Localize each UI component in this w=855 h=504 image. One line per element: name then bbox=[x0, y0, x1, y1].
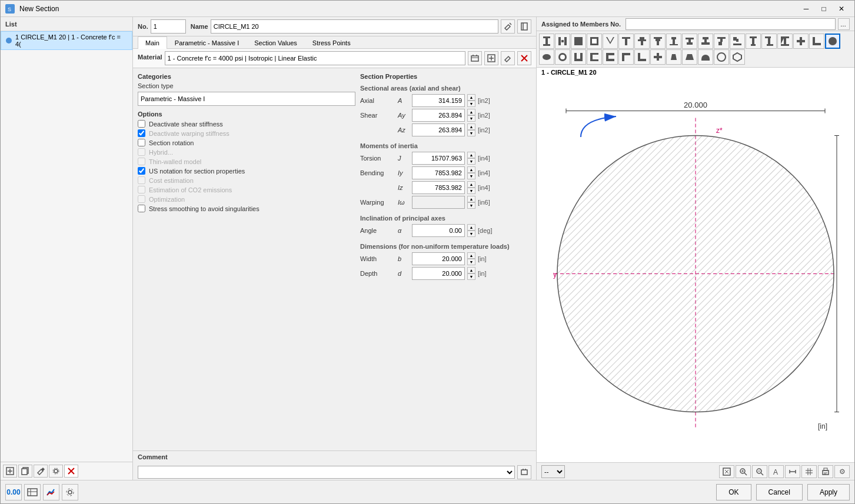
settings-button[interactable] bbox=[49, 465, 63, 478]
shape-l-btn[interactable] bbox=[809, 34, 824, 49]
optimization-checkbox[interactable] bbox=[138, 195, 145, 203]
shape-t6-btn[interactable] bbox=[698, 34, 713, 49]
shape-z-btn[interactable] bbox=[777, 34, 793, 49]
angle-down[interactable]: ▼ bbox=[467, 231, 475, 237]
text-button[interactable]: A bbox=[768, 465, 784, 478]
shape-ellipse-btn[interactable] bbox=[539, 49, 554, 65]
depth-input[interactable] bbox=[412, 267, 465, 280]
cost-estimation-checkbox[interactable] bbox=[138, 176, 145, 184]
zoom-out-button[interactable] bbox=[752, 465, 767, 478]
name-book-button[interactable] bbox=[517, 19, 531, 34]
settings-tool-button[interactable] bbox=[62, 484, 78, 500]
dimension-button[interactable] bbox=[785, 465, 800, 478]
shape-c-btn[interactable] bbox=[587, 49, 602, 65]
tab-main[interactable]: Main bbox=[138, 36, 167, 49]
angle-up[interactable]: ▲ bbox=[467, 224, 475, 231]
shape-t2-btn[interactable] bbox=[634, 34, 650, 49]
close-button[interactable]: ✕ bbox=[833, 3, 850, 15]
material-edit-button[interactable] bbox=[501, 51, 515, 65]
us-notation-checkbox[interactable] bbox=[138, 167, 145, 175]
axial-up[interactable]: ▲ bbox=[467, 94, 475, 101]
shape-rect-btn[interactable] bbox=[571, 34, 586, 49]
section-rotation-checkbox[interactable] bbox=[138, 139, 145, 146]
shape-cross-btn[interactable] bbox=[793, 34, 809, 49]
shape-custom-btn[interactable] bbox=[730, 49, 745, 65]
tab-stress-points[interactable]: Stress Points bbox=[305, 36, 358, 49]
shape-t1-btn[interactable] bbox=[618, 34, 634, 49]
shape-hollow-circle-btn[interactable] bbox=[555, 49, 570, 65]
shape-i-btn[interactable] bbox=[539, 34, 554, 49]
warping-down[interactable]: ▼ bbox=[467, 202, 475, 209]
info-button[interactable]: 0.00 bbox=[5, 484, 22, 500]
shape-circle-btn[interactable] bbox=[825, 34, 840, 49]
shape-t5-btn[interactable] bbox=[682, 34, 697, 49]
shear-az-up[interactable]: ▲ bbox=[467, 124, 475, 130]
bending-iz-input[interactable] bbox=[412, 181, 465, 194]
torsion-up[interactable]: ▲ bbox=[467, 152, 475, 158]
assigned-browse-button[interactable]: … bbox=[838, 18, 850, 30]
deactivate-shear-checkbox[interactable] bbox=[138, 120, 145, 128]
minimize-button[interactable]: ─ bbox=[798, 3, 814, 15]
no-input[interactable] bbox=[151, 19, 186, 34]
comment-browse-button[interactable] bbox=[517, 465, 531, 479]
cancel-button[interactable]: Cancel bbox=[756, 484, 803, 500]
torsion-down[interactable]: ▼ bbox=[467, 158, 475, 165]
more-button[interactable]: ⚙ bbox=[834, 465, 850, 478]
assigned-input[interactable] bbox=[626, 18, 836, 30]
material-select[interactable]: 1 - Concrete f'c = 4000 psi | Isotropic … bbox=[165, 51, 465, 65]
width-down[interactable]: ▼ bbox=[467, 259, 475, 265]
width-up[interactable]: ▲ bbox=[467, 252, 475, 259]
material-browse-button[interactable] bbox=[468, 51, 482, 65]
depth-up[interactable]: ▲ bbox=[467, 267, 475, 273]
grid-button[interactable] bbox=[801, 465, 817, 478]
shape-t8-btn[interactable] bbox=[730, 34, 745, 49]
shape-t3-btn[interactable] bbox=[650, 34, 666, 49]
material-delete-button[interactable] bbox=[517, 51, 531, 65]
shape-t7-btn[interactable] bbox=[714, 34, 729, 49]
shape-t4-btn[interactable] bbox=[666, 34, 681, 49]
shape-l2-btn[interactable] bbox=[618, 49, 634, 65]
bending-iz-up[interactable]: ▲ bbox=[467, 181, 475, 188]
shape-h-btn[interactable] bbox=[555, 34, 570, 49]
list-item[interactable]: 1 CIRCLE_M1 20 | 1 - Concrete f'c = 4( bbox=[1, 31, 132, 50]
shear-ay-input[interactable] bbox=[412, 109, 465, 122]
apply-button[interactable]: Apply bbox=[807, 484, 850, 500]
width-input[interactable] bbox=[412, 252, 465, 265]
bending-iy-down[interactable]: ▼ bbox=[467, 173, 475, 179]
shape-round-btn[interactable] bbox=[714, 49, 729, 65]
name-edit-button[interactable] bbox=[501, 19, 515, 34]
copy-section-button[interactable] bbox=[18, 465, 32, 478]
shape-t9-btn[interactable] bbox=[650, 49, 666, 65]
shape-hollow-rect-btn[interactable] bbox=[587, 34, 602, 49]
warping-input[interactable] bbox=[412, 196, 465, 209]
zoom-in-button[interactable] bbox=[736, 465, 751, 478]
shape-asym-btn[interactable] bbox=[761, 34, 777, 49]
chart-button[interactable] bbox=[43, 484, 59, 500]
deactivate-warping-checkbox[interactable] bbox=[138, 129, 145, 137]
zoom-extent-button[interactable] bbox=[719, 465, 734, 478]
shear-az-input[interactable] bbox=[412, 124, 465, 136]
shape-semi-btn[interactable] bbox=[698, 49, 713, 65]
new-section-button[interactable] bbox=[3, 465, 17, 478]
shape-trap-btn[interactable] bbox=[666, 49, 681, 65]
shear-ay-down[interactable]: ▼ bbox=[467, 115, 475, 122]
edit-button[interactable] bbox=[34, 465, 48, 478]
depth-down[interactable]: ▼ bbox=[467, 273, 475, 280]
stress-smoothing-checkbox[interactable] bbox=[138, 205, 145, 212]
axial-down[interactable]: ▼ bbox=[467, 101, 475, 107]
tab-section-values[interactable]: Section Values bbox=[247, 36, 305, 49]
comment-input[interactable] bbox=[138, 466, 515, 479]
torsion-input[interactable] bbox=[412, 152, 465, 165]
name-input[interactable] bbox=[211, 19, 498, 34]
angle-input[interactable] bbox=[412, 224, 465, 237]
print-button[interactable] bbox=[818, 465, 833, 478]
shape-v-btn[interactable] bbox=[603, 34, 618, 49]
section-type-select[interactable]: Parametric - Massive I bbox=[138, 92, 355, 106]
bending-iy-up[interactable]: ▲ bbox=[467, 166, 475, 173]
tab-parametric[interactable]: Parametric - Massive I bbox=[167, 36, 247, 49]
bending-iy-input[interactable] bbox=[412, 166, 465, 179]
axial-input[interactable] bbox=[412, 94, 465, 107]
delete-button[interactable] bbox=[64, 465, 78, 478]
warping-up[interactable]: ▲ bbox=[467, 196, 475, 202]
material-add-button[interactable] bbox=[484, 51, 498, 65]
